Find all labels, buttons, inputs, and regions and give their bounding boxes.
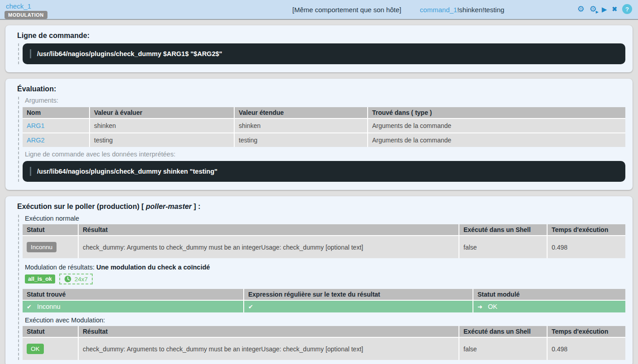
table-row: ✔Inconnu ✔ ➜OK: [23, 300, 625, 312]
arg1-value: shinken: [90, 118, 234, 133]
arg1-link[interactable]: ARG1: [27, 122, 45, 129]
normal-result: check_dummy: Arguments to check_dummy mu…: [78, 236, 459, 258]
normal-execution-table: Statut Résultat Exécuté dans un Shell Te…: [23, 224, 625, 258]
command-line-title: Ligne de commande:: [17, 32, 625, 40]
col-shell: Exécuté dans un Shell: [459, 326, 547, 337]
col-nom: Nom: [23, 107, 90, 118]
arg2-extended: testing: [234, 133, 368, 147]
modulation-badge: MODULATION: [5, 11, 47, 19]
col-valeur-etendue: Valeur étendue: [234, 107, 368, 118]
execution-title: Exécution sur le poller (production) [ p…: [17, 203, 625, 211]
command-line-code: /usr/lib64/nagios/plugins/check_dummy $A…: [23, 43, 625, 64]
mini-arrow-icon: ▶: [596, 10, 599, 14]
col-resultat: Résultat: [78, 326, 459, 337]
modulation-table: Statut trouvé Expression régulière sur l…: [23, 289, 625, 312]
status-modulated: OK: [488, 303, 497, 310]
modulated-shell: false: [459, 337, 547, 360]
col-statut: Statut: [23, 326, 78, 337]
arg1-extended: shinken: [234, 118, 368, 133]
command-line-text: /usr/lib64/nagios/plugins/check_dummy $A…: [37, 50, 222, 57]
col-temps: Temps d'exécution: [547, 224, 625, 236]
evaluation-block: Arguments: Nom Valeur à évaluer Valeur é…: [18, 97, 625, 182]
execution-card: Exécution sur le poller (production) [ p…: [5, 196, 633, 364]
modulated-time: 0.498: [547, 337, 625, 360]
execution-block: Exécution normale Statut Résultat Exécut…: [18, 215, 625, 360]
host-behavior-note: [Même comportement que son hôte]: [293, 6, 402, 14]
arg2-link[interactable]: ARG2: [27, 137, 45, 144]
arg2-found-in: Arguments de la commande: [368, 133, 625, 147]
arrow-right-icon: ➜: [477, 303, 482, 310]
code-accent-bar: [30, 167, 31, 176]
normal-execution-label: Exécution normale: [25, 215, 625, 222]
col-statut-module: Statut modulé: [473, 289, 625, 300]
status-found: Inconnu: [37, 303, 61, 310]
col-valeur-evaluer: Valeur à évaluer: [90, 107, 234, 118]
clock-icon: [64, 275, 71, 283]
timeperiod-label: 24x7: [75, 276, 88, 283]
modulation-name-badge: all_is_ok: [25, 274, 55, 284]
command-line-card: Ligne de commande: /usr/lib64/nagios/plu…: [5, 25, 633, 72]
table-row: OK check_dummy: Arguments to check_dummy…: [23, 337, 625, 360]
play-icon[interactable]: ▶: [602, 6, 607, 13]
table-row: ARG2 testing testing Arguments de la com…: [23, 133, 625, 147]
arguments-table: Nom Valeur à évaluer Valeur étendue Trou…: [23, 107, 625, 147]
check-link[interactable]: check_1: [6, 2, 31, 10]
modulation-badges: all_is_ok 24x7: [25, 274, 625, 284]
evaluation-card: Évaluation: Arguments: Nom Valeur à éval…: [5, 79, 633, 190]
evaluation-title: Évaluation:: [17, 85, 625, 93]
help-icon[interactable]: ?: [622, 4, 632, 14]
modulated-result: check_dummy: Arguments to check_dummy mu…: [78, 337, 459, 360]
with-modulation-label: Exécution avec Modulation:: [25, 317, 625, 324]
table-row: ARG1 shinken shinken Arguments de la com…: [23, 118, 625, 133]
sync-gear-icon[interactable]: ⚙▶: [590, 5, 597, 13]
col-regex: Expression régulière sur le texte du rés…: [244, 289, 473, 300]
check-icon: ✔: [248, 303, 253, 310]
modulation-label: Modulation de résultats: Une modulation …: [25, 264, 625, 271]
arg2-value: testing: [90, 133, 234, 147]
status-badge: Inconnu: [27, 242, 57, 252]
arg1-found-in: Arguments de la commande: [368, 118, 625, 133]
col-shell: Exécuté dans un Shell: [459, 224, 547, 236]
arguments-header-row: Nom Valeur à évaluer Valeur étendue Trou…: [23, 107, 625, 118]
interpreted-command-text: /usr/lib64/nagios/plugins/check_dummy sh…: [37, 168, 217, 175]
close-icon[interactable]: ✖: [612, 6, 617, 12]
status-badge: OK: [27, 344, 44, 354]
col-trouve-dans: Trouvé dans ( type ): [368, 107, 625, 118]
arguments-label: Arguments:: [25, 97, 625, 104]
command-reference: command_1!shinken!testing: [420, 6, 505, 14]
command-line-block: /usr/lib64/nagios/plugins/check_dummy $A…: [18, 43, 625, 64]
col-statut: Statut: [23, 224, 78, 236]
with-modulation-table: Statut Résultat Exécuté dans un Shell Te…: [23, 326, 625, 360]
check-icon: ✔: [27, 303, 32, 310]
code-accent-bar: [30, 49, 31, 58]
command-link[interactable]: command_1: [420, 6, 458, 14]
col-resultat: Résultat: [78, 224, 459, 236]
interpreted-label: Ligne de commande avec les données inter…: [25, 151, 625, 158]
command-args: !shinken!testing: [457, 6, 504, 14]
table-row: Inconnu check_dummy: Arguments to check_…: [23, 236, 625, 258]
col-temps: Temps d'exécution: [547, 326, 625, 337]
topbar: check_1 MODULATION [Même comportement qu…: [0, 0, 638, 20]
col-statut-trouve: Statut trouvé: [23, 289, 244, 300]
gear-icon[interactable]: ⚙: [577, 5, 584, 13]
normal-time: 0.498: [547, 236, 625, 258]
interpreted-code: /usr/lib64/nagios/plugins/check_dummy sh…: [23, 161, 625, 182]
poller-name: poller-master: [146, 203, 191, 210]
topbar-actions: ⚙ ⚙▶ ▶ ✖ ?: [577, 4, 632, 14]
normal-shell: false: [459, 236, 547, 258]
timeperiod-pill[interactable]: 24x7: [59, 274, 93, 284]
page-content: Ligne de commande: /usr/lib64/nagios/plu…: [0, 20, 638, 364]
